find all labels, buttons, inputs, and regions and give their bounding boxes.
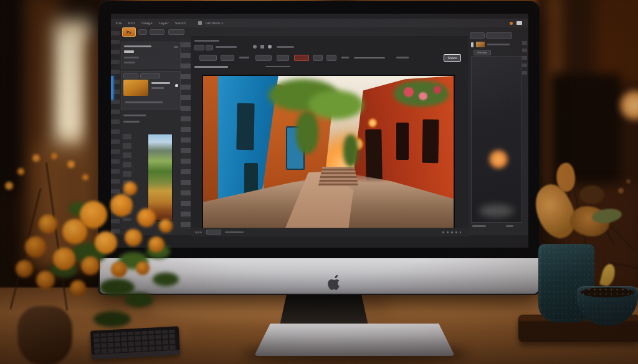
preview-glass-panel [471, 56, 522, 223]
orange-flower [110, 194, 133, 217]
background-furniture [595, 0, 638, 84]
props-control[interactable] [199, 55, 217, 61]
orange-flower [53, 248, 75, 270]
menu-item-edit[interactable]: Edit [128, 21, 135, 25]
adjustments-panel [121, 42, 181, 68]
flower-vase-left [17, 306, 72, 364]
right-panel-tab[interactable] [470, 32, 485, 39]
alley-greenery [308, 90, 363, 119]
active-tool-indicator [111, 76, 113, 100]
orange-flower [136, 261, 150, 275]
flower-leaves [93, 311, 131, 327]
orange-flower-small [51, 153, 57, 159]
status-dropdown[interactable] [206, 230, 221, 235]
keyboard [90, 326, 180, 359]
app-logo-badge[interactable]: Ps [122, 27, 136, 37]
toolbar-chip[interactable] [150, 29, 164, 35]
canvas-pasteboard: Share [191, 36, 469, 233]
seed-pod [618, 188, 624, 194]
props-control-alert[interactable] [294, 55, 309, 61]
flower-leaves [153, 273, 179, 286]
screen-reflection-blob [479, 205, 514, 217]
share-button[interactable]: Share [444, 54, 461, 62]
options-chip[interactable] [194, 45, 204, 50]
alley-flowers [434, 86, 441, 94]
background-window-light [62, 36, 83, 133]
alley-flowers [404, 87, 414, 97]
document-icon [198, 21, 202, 25]
orange-flower [159, 219, 173, 233]
right-edge-buttons[interactable] [522, 41, 527, 78]
alley-window [422, 119, 439, 164]
seed-pod [626, 179, 631, 184]
status-bar: 100% [191, 228, 469, 236]
props-control[interactable] [277, 55, 289, 61]
props-control[interactable] [313, 55, 323, 61]
alley-dark-window [237, 103, 255, 151]
orange-flower [125, 229, 142, 246]
right-panel-dock: Preview [469, 31, 527, 231]
orange-flower [70, 280, 86, 296]
panel-tab[interactable] [123, 73, 138, 78]
tools-column[interactable] [181, 39, 191, 229]
menu-item-image[interactable]: Image [141, 21, 153, 25]
preview-thumbnail[interactable] [476, 42, 485, 47]
alley-vine [343, 134, 358, 167]
status-icons[interactable] [442, 231, 461, 233]
orange-flower-small [17, 168, 24, 175]
preview-tab[interactable]: Preview [474, 50, 491, 55]
options-icon[interactable] [268, 45, 272, 49]
notification-dot-icon[interactable] [510, 22, 513, 25]
orange-flower [16, 260, 33, 278]
alley-vine [296, 111, 318, 154]
orange-flower [123, 182, 137, 195]
layer-thumbnail-gold[interactable] [123, 80, 148, 96]
window-bottom-strip [111, 235, 528, 248]
right-panel-tab[interactable] [486, 32, 512, 39]
toolbar-chip[interactable] [138, 29, 147, 35]
orange-flower [25, 236, 46, 258]
toolbar-chip[interactable] [168, 29, 184, 35]
window-control-icon[interactable] [517, 21, 522, 25]
options-icon[interactable] [253, 45, 257, 49]
layer-thumbnail-landscape[interactable] [148, 134, 173, 221]
orange-flower [148, 236, 164, 253]
screen-reflection-bokeh [488, 149, 509, 170]
orange-flower [36, 271, 55, 289]
document-title: Untitled-1 [206, 21, 224, 25]
menu-item-select[interactable]: Select [175, 21, 186, 25]
options-icon[interactable] [260, 45, 264, 49]
options-chip[interactable] [206, 45, 213, 50]
props-control[interactable] [221, 55, 234, 61]
flower-leaves [125, 292, 153, 307]
alley-doorway [366, 129, 383, 183]
menu-item-file[interactable]: File [116, 21, 122, 25]
orange-flower [111, 261, 127, 278]
layer-row-label [123, 114, 146, 116]
orange-flower [137, 208, 156, 227]
imac-stand-foot [254, 324, 455, 356]
panel-tab[interactable] [140, 73, 160, 78]
orange-flower [39, 215, 57, 233]
layer-row-label [123, 121, 140, 123]
alley-steps [318, 167, 358, 186]
menu-item-layer[interactable]: Layer [159, 21, 169, 25]
props-control[interactable] [255, 55, 272, 61]
photo-editor-window: File Edit Image Layer Select Untitled-1 … [111, 14, 528, 248]
visibility-dot-icon[interactable] [175, 84, 178, 87]
alley-flowers [419, 92, 427, 100]
orange-flower-small [67, 161, 75, 168]
apple-logo-icon [328, 274, 341, 291]
zoom-level[interactable]: 100% [194, 231, 202, 234]
dried-leaf-dark [579, 185, 604, 204]
imac-stand-neck [280, 293, 368, 325]
orange-flower [81, 256, 100, 275]
orange-flower-small [32, 154, 40, 162]
orange-flower-small [5, 182, 13, 190]
orange-flower [62, 219, 87, 244]
props-control[interactable] [326, 55, 336, 61]
orange-flower [95, 231, 117, 254]
panel-header-label [194, 66, 228, 68]
props-slider[interactable] [354, 57, 385, 58]
canvas-image-alley[interactable] [202, 75, 455, 239]
